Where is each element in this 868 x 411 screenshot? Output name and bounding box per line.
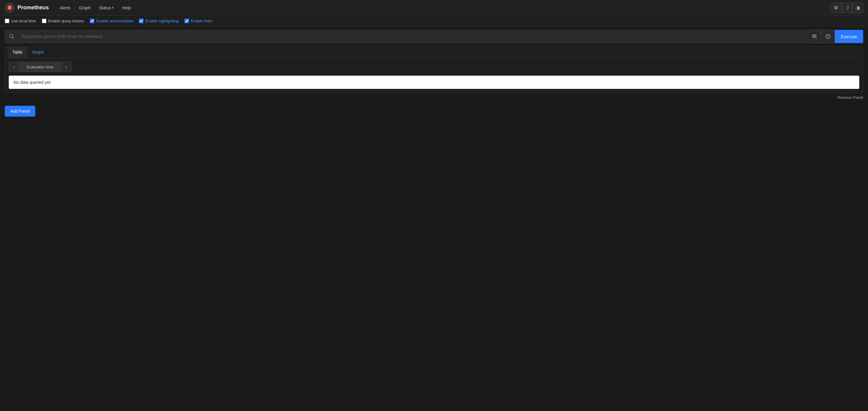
highlighting-checkbox[interactable] bbox=[139, 19, 144, 23]
search-action-buttons bbox=[808, 30, 835, 43]
nav-graph[interactable]: Graph bbox=[75, 4, 94, 12]
query-panel: Table Graph ‹ Evaluation time › No data … bbox=[5, 46, 863, 93]
eval-time-label: Evaluation time bbox=[19, 62, 61, 72]
app-title: Prometheus bbox=[18, 4, 49, 11]
expression-input[interactable] bbox=[18, 30, 808, 43]
settings-button[interactable]: ⚙ bbox=[831, 2, 841, 13]
search-icon bbox=[5, 30, 18, 43]
tab-table[interactable]: Table bbox=[7, 47, 27, 58]
svg-rect-4 bbox=[9, 8, 10, 9]
local-time-checkbox[interactable] bbox=[5, 19, 9, 23]
checkbox-highlighting[interactable]: Enable highlighting bbox=[139, 19, 179, 23]
no-data-message: No data queried yet bbox=[9, 76, 859, 89]
search-bar: Execute bbox=[5, 30, 863, 43]
add-panel-section: Add Panel bbox=[5, 106, 863, 117]
linter-checkbox[interactable] bbox=[184, 19, 189, 23]
brand: Prometheus bbox=[5, 3, 49, 13]
checkbox-linter[interactable]: Enable linter bbox=[184, 19, 213, 23]
panel-footer: Remove Panel bbox=[0, 93, 868, 101]
tab-graph[interactable]: Graph bbox=[27, 47, 49, 58]
checkbox-autocomplete[interactable]: Enable autocomplete bbox=[90, 19, 133, 23]
checkbox-local-time[interactable]: Use local time bbox=[5, 19, 36, 23]
query-history-label: Enable query history bbox=[48, 19, 84, 23]
navbar-right: ⚙ ☽ ◑ bbox=[831, 2, 863, 13]
autocomplete-checkbox[interactable] bbox=[90, 19, 94, 23]
svg-rect-7 bbox=[812, 36, 816, 36]
execute-button[interactable]: Execute bbox=[835, 30, 863, 43]
autocomplete-label: Enable autocomplete bbox=[96, 19, 133, 23]
theme-buttons: ⚙ ☽ ◑ bbox=[831, 2, 863, 13]
eval-time-prev-button[interactable]: ‹ bbox=[9, 62, 19, 72]
metrics-explorer-button[interactable] bbox=[821, 30, 835, 43]
remove-panel-button[interactable]: Remove Panel bbox=[838, 95, 863, 100]
history-button[interactable] bbox=[808, 30, 821, 43]
svg-rect-2 bbox=[9, 6, 10, 7]
nav-status[interactable]: Status ▾ bbox=[96, 4, 118, 12]
prometheus-logo bbox=[5, 3, 14, 13]
nav-help[interactable]: Help bbox=[119, 4, 134, 12]
checkbox-query-history[interactable]: Enable query history bbox=[42, 19, 84, 23]
eval-time-next-button[interactable]: › bbox=[61, 62, 71, 72]
svg-rect-3 bbox=[9, 7, 10, 8]
nav-links: Alerts Graph Status ▾ Help bbox=[56, 4, 831, 12]
navbar: Prometheus Alerts Graph Status ▾ Help ⚙ … bbox=[0, 0, 868, 16]
toolbar: Use local time Enable query history Enab… bbox=[0, 16, 868, 27]
svg-rect-6 bbox=[812, 35, 816, 35]
panel-tabs: Table Graph bbox=[5, 47, 863, 58]
eval-time-row: ‹ Evaluation time › bbox=[9, 62, 859, 72]
add-panel-button[interactable]: Add Panel bbox=[5, 106, 35, 117]
svg-rect-8 bbox=[812, 37, 815, 38]
linter-label: Enable linter bbox=[191, 19, 213, 23]
contrast-button[interactable]: ◑ bbox=[852, 2, 863, 13]
nav-alerts[interactable]: Alerts bbox=[56, 4, 74, 12]
chevron-down-icon: ▾ bbox=[112, 6, 114, 9]
table-tab-content: ‹ Evaluation time › No data queried yet bbox=[5, 58, 863, 93]
query-history-checkbox[interactable] bbox=[42, 19, 46, 23]
highlighting-label: Enable highlighting bbox=[145, 19, 179, 23]
local-time-label: Use local time bbox=[11, 19, 36, 23]
dark-mode-button[interactable]: ☽ bbox=[841, 2, 852, 13]
